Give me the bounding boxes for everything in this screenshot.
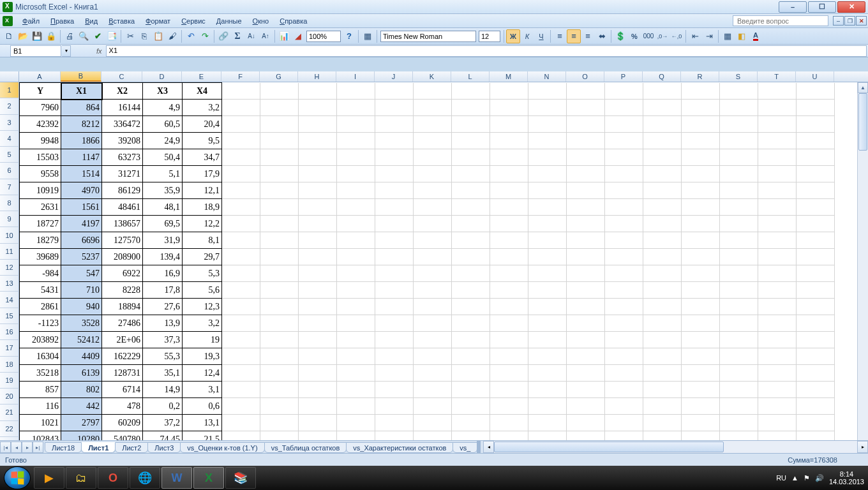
row-header[interactable]: 7	[0, 179, 19, 195]
cell[interactable]	[222, 365, 260, 382]
cell[interactable]	[528, 216, 567, 232]
cell[interactable]	[375, 100, 414, 116]
cell[interactable]	[452, 116, 490, 133]
cell[interactable]	[337, 299, 375, 315]
cell[interactable]	[567, 415, 605, 431]
cell[interactable]	[758, 398, 797, 415]
cell[interactable]: 31,9	[143, 232, 183, 249]
cell[interactable]	[643, 116, 682, 133]
font-size-select[interactable]	[479, 31, 500, 42]
cell[interactable]	[490, 116, 528, 133]
cell[interactable]	[643, 100, 682, 116]
column-header-U[interactable]: U	[796, 71, 834, 82]
cell[interactable]	[490, 332, 528, 348]
cell[interactable]	[375, 332, 414, 348]
cell[interactable]	[567, 265, 605, 282]
cell[interactable]: 336472	[102, 116, 143, 133]
cell[interactable]	[720, 332, 758, 348]
cell[interactable]	[567, 216, 605, 232]
cell[interactable]	[414, 282, 452, 299]
cell[interactable]	[643, 232, 682, 249]
hyperlink-button[interactable]: 🔗	[216, 29, 230, 43]
print-button[interactable]: 🖨	[63, 29, 77, 43]
column-header-F[interactable]: F	[221, 71, 260, 82]
cell[interactable]: 1866	[61, 133, 102, 149]
cell[interactable]	[260, 382, 299, 398]
cell[interactable]: 139,4	[143, 249, 183, 265]
cell[interactable]: 48461	[102, 199, 143, 216]
cell[interactable]: 442	[61, 398, 102, 415]
column-header-G[interactable]: G	[260, 71, 298, 82]
cell[interactable]	[758, 100, 797, 116]
mdi-minimize-button[interactable]: –	[833, 16, 844, 26]
cell[interactable]	[452, 199, 490, 216]
cell[interactable]: 478	[102, 398, 143, 415]
cell[interactable]	[260, 199, 299, 216]
sheet-tab[interactable]: vs_Таблица остатков	[264, 442, 347, 453]
cell[interactable]	[452, 282, 490, 299]
cell[interactable]: 3,1	[183, 382, 222, 398]
cell[interactable]: 4409	[61, 348, 102, 365]
cell[interactable]	[490, 199, 528, 216]
cell[interactable]	[299, 133, 337, 149]
cell[interactable]: 17,9	[183, 166, 222, 182]
cell[interactable]	[605, 282, 643, 299]
cell[interactable]	[375, 149, 414, 166]
cell[interactable]	[299, 315, 337, 332]
cell[interactable]: 35218	[20, 365, 61, 382]
cell[interactable]: X3	[143, 83, 183, 100]
cell[interactable]	[720, 265, 758, 282]
cell[interactable]	[222, 332, 260, 348]
research-button[interactable]: 📑	[105, 29, 119, 43]
menu-help[interactable]: Справка	[274, 16, 312, 26]
cell[interactable]	[452, 166, 490, 182]
cell[interactable]: 3,2	[183, 100, 222, 116]
cell[interactable]: 2797	[61, 415, 102, 431]
cell[interactable]: 2E+06	[102, 332, 143, 348]
cell[interactable]	[758, 149, 797, 166]
cell[interactable]	[720, 299, 758, 315]
cell[interactable]	[222, 83, 260, 100]
start-button[interactable]	[4, 466, 31, 489]
cell[interactable]: 127570	[102, 232, 143, 249]
cut-button[interactable]: ✂	[123, 29, 137, 43]
merge-center-button[interactable]: ⬌	[595, 29, 609, 43]
cell[interactable]	[260, 265, 299, 282]
taskbar-chrome[interactable]: 🌐	[130, 467, 160, 489]
cell[interactable]	[528, 398, 567, 415]
cell[interactable]	[797, 265, 835, 282]
permission-button[interactable]: 🔒	[44, 29, 58, 43]
cell[interactable]	[299, 216, 337, 232]
cell[interactable]	[299, 265, 337, 282]
borders-button[interactable]: ▦	[721, 29, 735, 43]
cell[interactable]	[605, 100, 643, 116]
row-header[interactable]: 3	[0, 115, 19, 131]
cell[interactable]	[605, 265, 643, 282]
cell[interactable]	[528, 282, 567, 299]
cell[interactable]	[643, 315, 682, 332]
cell[interactable]: 69,5	[143, 216, 183, 232]
column-header-E[interactable]: E	[182, 71, 221, 82]
font-select[interactable]	[380, 31, 476, 42]
cell[interactable]	[375, 182, 414, 199]
cell[interactable]	[414, 116, 452, 133]
cell[interactable]: 19,3	[183, 348, 222, 365]
cell[interactable]	[643, 365, 682, 382]
cell[interactable]: 9,5	[183, 133, 222, 149]
cell[interactable]	[337, 282, 375, 299]
cell[interactable]	[414, 382, 452, 398]
cell[interactable]: 208900	[102, 249, 143, 265]
cell[interactable]	[260, 282, 299, 299]
menu-format[interactable]: Формат	[140, 16, 176, 26]
cell[interactable]	[605, 149, 643, 166]
cell[interactable]: 8212	[61, 116, 102, 133]
cell[interactable]	[452, 100, 490, 116]
paste-button[interactable]: 📋	[151, 29, 165, 43]
cell[interactable]	[567, 116, 605, 133]
cell[interactable]: 6714	[102, 382, 143, 398]
cell[interactable]	[720, 216, 758, 232]
row-header[interactable]: 13	[0, 276, 19, 292]
cell[interactable]	[490, 348, 528, 365]
cell[interactable]	[452, 232, 490, 249]
cell[interactable]	[528, 249, 567, 265]
